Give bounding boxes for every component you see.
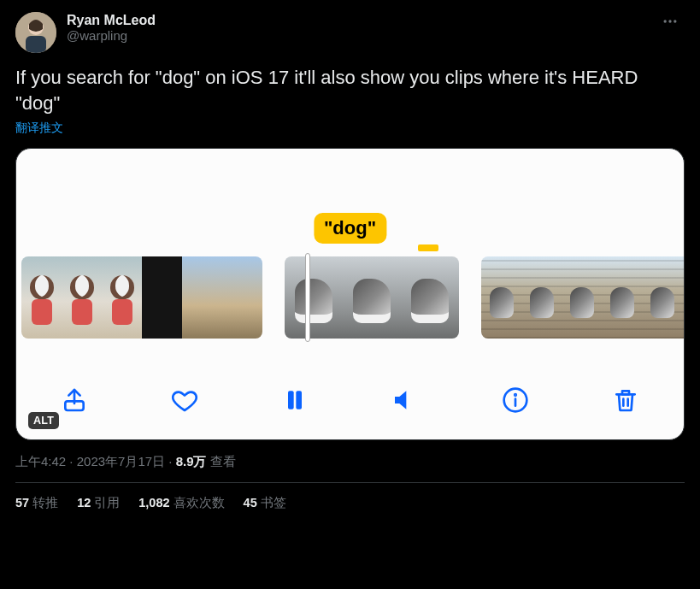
clip-group[interactable] bbox=[285, 256, 459, 339]
user-handle[interactable]: @warpling bbox=[67, 28, 656, 44]
svg-point-11 bbox=[515, 395, 516, 397]
translate-link[interactable]: 翻译推文 bbox=[15, 121, 63, 136]
retweets-stat[interactable]: 57转推 bbox=[15, 495, 58, 511]
clip-group[interactable] bbox=[21, 256, 262, 339]
svg-point-3 bbox=[664, 20, 667, 22]
engagement-row: 57转推 12引用 1,082喜欢次数 45书签 bbox=[15, 483, 685, 511]
video-frame bbox=[222, 256, 262, 339]
tweet-text: If you search for "dog" on iOS 17 it'll … bbox=[15, 65, 685, 115]
likes-stat[interactable]: 1,082喜欢次数 bbox=[138, 495, 224, 511]
search-term-pill: "dog" bbox=[314, 213, 386, 244]
video-frame bbox=[285, 256, 343, 339]
tweet-meta: 上午4:42 · 2023年7月17日 · 8.9万 查看 bbox=[15, 454, 685, 470]
video-frame bbox=[401, 256, 459, 339]
video-frame bbox=[521, 256, 562, 339]
views-count[interactable]: 8.9万 bbox=[176, 454, 207, 468]
video-frame bbox=[642, 256, 682, 339]
svg-point-4 bbox=[668, 20, 671, 22]
svg-rect-2 bbox=[26, 36, 46, 53]
tweet-date[interactable]: 2023年7月17日 bbox=[77, 454, 165, 468]
video-frame bbox=[62, 256, 102, 339]
video-frame bbox=[142, 256, 182, 339]
playhead-scrubber[interactable] bbox=[305, 253, 310, 342]
info-icon[interactable] bbox=[498, 383, 532, 417]
tweet-time[interactable]: 上午4:42 bbox=[15, 454, 66, 468]
display-name[interactable]: Ryan McLeod bbox=[67, 12, 656, 28]
video-frame bbox=[21, 256, 62, 339]
alt-badge[interactable]: ALT bbox=[28, 412, 59, 429]
media-controls bbox=[57, 383, 643, 417]
pause-icon[interactable] bbox=[278, 383, 312, 417]
heart-icon[interactable] bbox=[168, 383, 202, 417]
user-block: Ryan McLeod @warpling bbox=[67, 12, 656, 44]
video-frame bbox=[602, 256, 642, 339]
trash-icon[interactable] bbox=[609, 383, 643, 417]
timeline-strip[interactable] bbox=[16, 256, 684, 339]
media-card[interactable]: "dog" bbox=[15, 148, 685, 440]
video-frame bbox=[682, 256, 685, 339]
clip-group[interactable] bbox=[481, 256, 685, 339]
bookmarks-stat[interactable]: 45书签 bbox=[244, 495, 286, 511]
video-frame bbox=[562, 256, 602, 339]
video-frame bbox=[102, 256, 142, 339]
video-frame bbox=[481, 256, 521, 339]
svg-rect-7 bbox=[288, 392, 294, 409]
more-options-button[interactable] bbox=[656, 7, 685, 36]
svg-rect-8 bbox=[296, 392, 302, 409]
video-frame bbox=[182, 256, 222, 339]
timeline-marker bbox=[418, 244, 438, 251]
video-frame bbox=[343, 256, 401, 339]
avatar[interactable] bbox=[15, 12, 56, 53]
views-label: 查看 bbox=[210, 454, 236, 468]
mute-icon[interactable] bbox=[388, 383, 422, 417]
share-icon[interactable] bbox=[57, 383, 91, 417]
svg-point-5 bbox=[674, 20, 676, 22]
quotes-stat[interactable]: 12引用 bbox=[77, 495, 120, 511]
tweet-container: Ryan McLeod @warpling If you search for … bbox=[0, 0, 700, 511]
tweet-header: Ryan McLeod @warpling bbox=[15, 12, 685, 53]
